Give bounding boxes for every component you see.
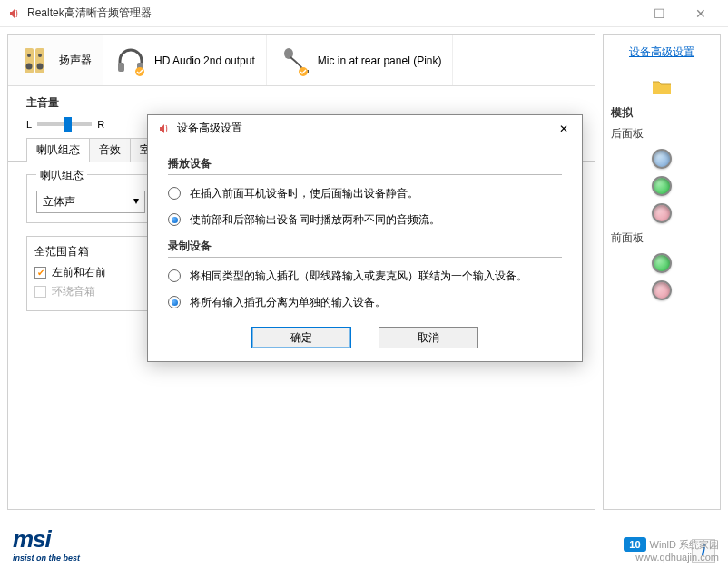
playback-section-title: 播放设备: [168, 156, 562, 175]
svg-point-2: [27, 54, 31, 57]
tab-micin[interactable]: Mic in at rear panel (Pink): [267, 35, 454, 85]
maximize-button[interactable]: ☐: [639, 0, 680, 27]
analog-label: 模拟: [611, 105, 713, 121]
radio-rec-combine-label: 将相同类型的输入插孔（即线路输入或麦克风）联结为一个输入设备。: [190, 269, 527, 284]
window-title: Realtek高清晰音频管理器: [27, 5, 598, 21]
vol-r-label: R: [97, 119, 104, 130]
front-panel-label: 前面板: [611, 230, 713, 246]
device-tabs: 扬声器 HD Audio 2nd output Mic in at rear p…: [8, 35, 595, 86]
rear-panel-label: 后面板: [611, 126, 713, 142]
checkbox-surround-label: 环绕音箱: [52, 284, 95, 299]
radio-play-dual-stream-label: 使前部和后部输出设备同时播放两种不同的音频流。: [190, 212, 440, 228]
window-titlebar: Realtek高清晰音频管理器 — ☐ ✕: [0, 0, 728, 27]
vol-l-label: L: [26, 119, 32, 130]
speaker-config-select[interactable]: 立体声 ▾: [36, 191, 145, 213]
watermark-text1: WinlD 系统家园: [650, 539, 719, 550]
svg-rect-0: [25, 48, 34, 73]
msi-tagline: insist on the best: [13, 553, 80, 563]
ok-button[interactable]: 确定: [251, 327, 351, 348]
msi-logo: msi: [13, 525, 80, 553]
svg-point-5: [37, 63, 44, 69]
dialog-icon: [157, 122, 172, 136]
advanced-settings-link[interactable]: 设备高级设置: [611, 44, 713, 60]
main-volume-label: 主音量: [26, 95, 576, 113]
headphone-icon: [114, 44, 147, 77]
folder-icon[interactable]: [651, 78, 673, 96]
tab-hdaudio-label: HD Audio 2nd output: [154, 54, 255, 67]
tab-speaker[interactable]: 扬声器: [8, 35, 103, 85]
watermark-badge: 10: [624, 537, 645, 552]
checkbox-front-lr[interactable]: ✔: [34, 267, 46, 279]
full-range-group: 全范围音箱 ✔ 左前和右前 环绕音箱: [26, 236, 162, 311]
app-icon: [7, 6, 22, 21]
jack-front-pink[interactable]: [652, 280, 672, 300]
tab-hdaudio[interactable]: HD Audio 2nd output: [103, 35, 267, 85]
svg-rect-1: [35, 48, 44, 73]
radio-rec-separate[interactable]: [168, 296, 181, 308]
balance-slider[interactable]: [37, 122, 92, 126]
speaker-config-title: 喇叭组态: [36, 168, 87, 183]
full-range-title: 全范围音箱: [34, 244, 154, 260]
tab-speaker-label: 扬声器: [59, 53, 92, 68]
chevron-down-icon: ▾: [133, 194, 139, 210]
subtab-config[interactable]: 喇叭组态: [26, 138, 90, 162]
subtab-effect[interactable]: 音效: [89, 138, 131, 162]
close-button[interactable]: ✕: [680, 0, 721, 27]
cancel-button[interactable]: 取消: [379, 327, 478, 348]
jack-rear-blue[interactable]: [652, 149, 672, 169]
jack-front-green[interactable]: [652, 253, 672, 273]
radio-rec-combine[interactable]: [168, 269, 181, 282]
checkbox-front-lr-label: 左前和右前: [52, 265, 106, 280]
radio-play-mute-rear-label: 在插入前面耳机设备时，使后面输出设备静音。: [190, 186, 418, 201]
record-section-title: 录制设备: [168, 239, 562, 258]
advanced-settings-dialog: 设备高级设置 ✕ 播放设备 在插入前面耳机设备时，使后面输出设备静音。 使前部和…: [147, 114, 583, 362]
radio-play-mute-rear[interactable]: [168, 187, 181, 200]
mic-icon: [278, 44, 310, 77]
brand-area: msi insist on the best: [13, 525, 80, 563]
speaker-config-value: 立体声: [43, 194, 75, 210]
jack-rear-green[interactable]: [652, 176, 672, 196]
dialog-title: 设备高级设置: [177, 121, 242, 136]
dialog-close-button[interactable]: ✕: [555, 122, 573, 135]
watermark: 10WinlD 系统家园 www.qdhuajin.com: [624, 537, 719, 563]
side-panel: 设备高级设置 模拟 后面板 前面板: [603, 34, 721, 510]
minimize-button[interactable]: —: [598, 0, 639, 27]
speaker-icon: [19, 44, 52, 77]
svg-point-3: [38, 54, 42, 57]
svg-point-4: [26, 63, 33, 69]
watermark-text2: www.qdhuajin.com: [624, 552, 719, 563]
tab-micin-label: Mic in at rear panel (Pink): [318, 54, 442, 67]
jack-rear-pink[interactable]: [652, 203, 672, 223]
radio-play-dual-stream[interactable]: [168, 213, 181, 226]
svg-rect-6: [118, 63, 124, 72]
radio-rec-separate-label: 将所有输入插孔分离为单独的输入设备。: [190, 295, 386, 310]
checkbox-surround: [34, 286, 46, 298]
